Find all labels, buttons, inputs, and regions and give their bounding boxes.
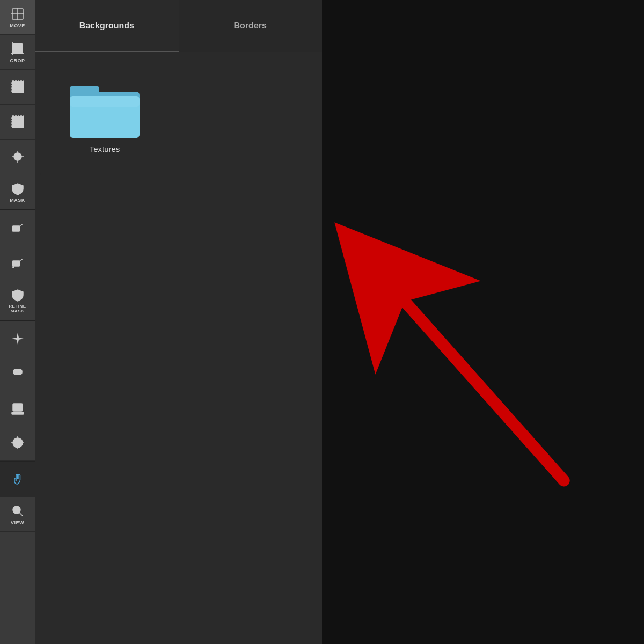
fix-icon [10, 435, 25, 450]
svg-rect-23 [18, 371, 21, 374]
mask-icon [10, 181, 25, 196]
tool-view[interactable]: VIEW [0, 497, 35, 532]
stamp-icon [10, 401, 25, 416]
hand-icon [10, 472, 25, 487]
svg-point-19 [16, 293, 19, 296]
tool-hand[interactable] [0, 462, 35, 497]
tool-move[interactable]: MOVE [0, 0, 35, 35]
tab-backgrounds-label: Backgrounds [79, 21, 134, 31]
tool-smudge[interactable] [0, 321, 35, 356]
tool-refine-mask[interactable]: REFINEMASK [0, 280, 35, 320]
tool-refine-mask-label: REFINEMASK [9, 304, 26, 313]
tabs-row: Backgrounds Borders [35, 0, 322, 52]
view-icon [10, 503, 25, 518]
svg-rect-3 [13, 44, 23, 54]
select-paint-icon [10, 114, 25, 129]
tool-crop-label: CROP [10, 58, 25, 63]
move-icon [10, 6, 25, 21]
svg-line-17 [20, 259, 23, 261]
crop-icon [10, 41, 25, 56]
main-canvas [324, 0, 644, 644]
panels-area: Backgrounds Borders [35, 0, 644, 644]
tool-mask[interactable]: MASK [0, 174, 35, 209]
brush-erase-icon [10, 220, 25, 235]
svg-rect-25 [12, 412, 24, 414]
tab-borders-label: Borders [234, 21, 267, 31]
tab-backgrounds[interactable]: Backgrounds [35, 0, 179, 52]
arrow-annotation [324, 0, 644, 644]
tool-brush-erase[interactable] [0, 210, 35, 245]
tool-clone[interactable] [0, 356, 35, 391]
tool-fix[interactable] [0, 426, 35, 461]
svg-line-33 [19, 513, 23, 516]
tool-redeye[interactable] [0, 140, 35, 174]
brush-paint-icon [10, 255, 25, 270]
folder-textures[interactable]: Textures [40, 57, 169, 175]
svg-rect-24 [13, 404, 23, 411]
svg-line-14 [20, 224, 23, 226]
panel-content: Textures [35, 52, 322, 644]
clone-icon [10, 366, 25, 381]
svg-line-41 [381, 275, 564, 480]
tool-select-rect[interactable] [0, 70, 35, 105]
smudge-icon [10, 331, 25, 346]
tool-crop[interactable]: CROP [0, 35, 35, 70]
folder-textures-label: Textures [90, 144, 120, 153]
svg-rect-6 [12, 81, 24, 93]
toolbar: MOVE CROP [0, 0, 35, 644]
tool-mask-label: MASK [10, 197, 25, 203]
svg-rect-22 [14, 371, 18, 374]
tool-move-label: MOVE [10, 23, 25, 28]
svg-point-11 [17, 156, 19, 158]
redeye-icon [10, 149, 25, 164]
tool-view-label: VIEW [11, 520, 24, 525]
svg-rect-39 [70, 96, 140, 107]
svg-rect-37 [70, 86, 99, 97]
svg-point-18 [12, 266, 14, 268]
select-rect-icon [10, 79, 25, 94]
tool-stamp[interactable] [0, 391, 35, 426]
tool-brush-paint[interactable] [0, 245, 35, 280]
svg-marker-20 [12, 333, 24, 345]
svg-point-27 [16, 441, 20, 445]
tool-select-paint[interactable] [0, 105, 35, 140]
content-panel: Backgrounds Borders [35, 0, 322, 644]
folder-icon [70, 80, 140, 139]
refine-mask-icon [10, 287, 25, 302]
tab-borders[interactable]: Borders [179, 0, 323, 52]
